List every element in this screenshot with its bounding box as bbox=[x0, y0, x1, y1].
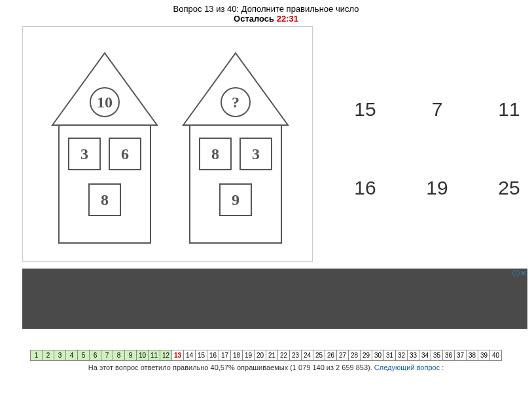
nav-question-cell[interactable]: 38 bbox=[466, 350, 478, 361]
nav-question-cell[interactable]: 9 bbox=[124, 350, 137, 361]
nav-question-cell[interactable]: 21 bbox=[266, 350, 278, 361]
nav-question-cell[interactable]: 13 bbox=[171, 350, 184, 361]
nav-question-cell[interactable]: 40 bbox=[489, 350, 502, 361]
nav-question-cell[interactable]: 24 bbox=[301, 350, 313, 361]
svg-marker-0 bbox=[52, 53, 157, 125]
nav-question-cell[interactable]: 28 bbox=[348, 350, 361, 361]
svg-text:8: 8 bbox=[101, 191, 109, 208]
nav-question-cell[interactable]: 17 bbox=[219, 350, 231, 361]
nav-question-cell[interactable]: 4 bbox=[65, 350, 78, 361]
nav-question-cell[interactable]: 7 bbox=[101, 350, 113, 361]
answer-option[interactable]: 15 bbox=[332, 98, 398, 164]
svg-text:3: 3 bbox=[80, 145, 88, 162]
ad-info-icon[interactable]: ⓘ bbox=[512, 270, 520, 277]
nav-question-cell[interactable]: 33 bbox=[407, 350, 419, 361]
nav-question-cell[interactable]: 10 bbox=[136, 350, 149, 361]
svg-text:6: 6 bbox=[121, 145, 129, 162]
nav-question-cell[interactable]: 18 bbox=[230, 350, 243, 361]
nav-question-cell[interactable]: 12 bbox=[160, 350, 172, 361]
answer-option[interactable]: 7 bbox=[404, 98, 470, 164]
nav-question-cell[interactable]: 36 bbox=[442, 350, 455, 361]
nav-question-cell[interactable]: 32 bbox=[395, 350, 408, 361]
svg-text:10: 10 bbox=[97, 94, 113, 111]
nav-question-cell[interactable]: 30 bbox=[372, 350, 384, 361]
svg-text:9: 9 bbox=[232, 191, 239, 208]
footer-stats: На этот вопрос ответило правильно 40,57%… bbox=[0, 364, 532, 371]
nav-question-cell[interactable]: 35 bbox=[431, 350, 443, 361]
nav-question-cell[interactable]: 5 bbox=[77, 350, 90, 361]
nav-question-cell[interactable]: 14 bbox=[183, 350, 196, 361]
svg-text:3: 3 bbox=[252, 145, 260, 162]
nav-question-cell[interactable]: 16 bbox=[207, 350, 219, 361]
nav-question-cell[interactable]: 25 bbox=[313, 350, 325, 361]
nav-question-cell[interactable]: 8 bbox=[113, 350, 125, 361]
answer-option[interactable]: 25 bbox=[476, 177, 532, 242]
nav-question-cell[interactable]: 20 bbox=[254, 350, 266, 361]
answer-option[interactable]: 11 bbox=[476, 98, 532, 164]
question-title: Вопрос 13 из 40: Дополните правильное чи… bbox=[0, 4, 532, 14]
nav-question-cell[interactable]: 39 bbox=[478, 350, 490, 361]
timer-value: 22:31 bbox=[277, 14, 298, 24]
ad-close-icon[interactable]: ✕ bbox=[520, 270, 526, 277]
nav-question-cell[interactable]: 3 bbox=[54, 350, 66, 361]
nav-question-cell[interactable]: 11 bbox=[148, 350, 160, 361]
puzzle-image: 10 3 6 8 ? 8 3 9 bbox=[22, 26, 313, 262]
ad-banner: ⓘ ✕ bbox=[22, 269, 527, 329]
timer-line: Осталось 22:31 bbox=[0, 14, 532, 24]
answer-option[interactable]: 19 bbox=[404, 177, 470, 242]
nav-question-cell[interactable]: 22 bbox=[277, 350, 290, 361]
nav-question-cell[interactable]: 2 bbox=[42, 350, 54, 361]
answer-options: 15711161925 bbox=[332, 26, 532, 262]
next-question-link[interactable]: Следующий вопрос : bbox=[374, 364, 444, 371]
nav-question-cell[interactable]: 29 bbox=[360, 350, 372, 361]
nav-question-cell[interactable]: 6 bbox=[89, 350, 101, 361]
question-nav: 1234567891011121314151617181920212223242… bbox=[30, 350, 502, 361]
nav-question-cell[interactable]: 34 bbox=[419, 350, 431, 361]
nav-question-cell[interactable]: 27 bbox=[336, 350, 349, 361]
svg-text:8: 8 bbox=[211, 145, 219, 162]
svg-marker-10 bbox=[183, 53, 288, 125]
nav-question-cell[interactable]: 15 bbox=[195, 350, 207, 361]
nav-question-cell[interactable]: 23 bbox=[289, 350, 302, 361]
svg-text:?: ? bbox=[232, 94, 239, 111]
nav-question-cell[interactable]: 37 bbox=[454, 350, 467, 361]
nav-question-cell[interactable]: 31 bbox=[383, 350, 396, 361]
nav-question-cell[interactable]: 1 bbox=[30, 350, 43, 361]
nav-question-cell[interactable]: 19 bbox=[242, 350, 255, 361]
nav-question-cell[interactable]: 26 bbox=[325, 350, 337, 361]
answer-option[interactable]: 16 bbox=[332, 177, 398, 242]
